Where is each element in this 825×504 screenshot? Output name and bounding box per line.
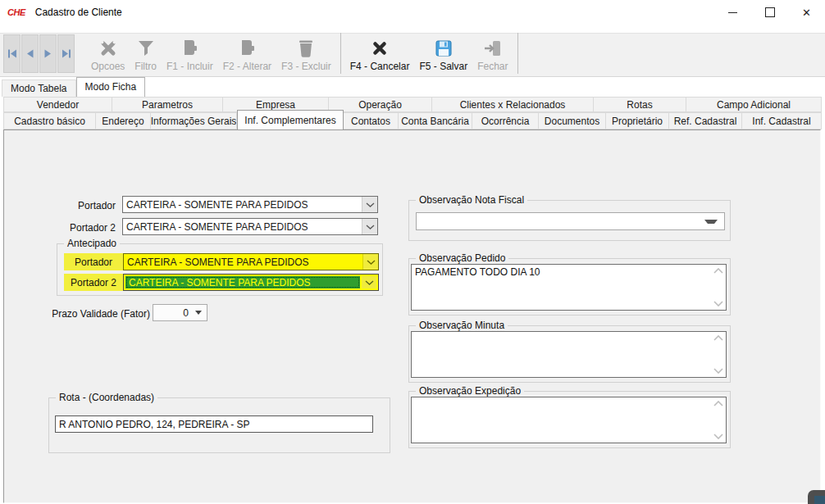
tab-modo-tabela[interactable]: Modo Tabela <box>2 79 76 97</box>
prazo-validade-dropdown[interactable]: 0 <box>153 304 207 321</box>
f3-excluir-button[interactable]: F3 - Excluir <box>276 36 336 75</box>
obs-pedido-title: Observação Pedido <box>416 252 508 264</box>
f2-alterar-button[interactable]: F2 - Alterar <box>218 36 276 75</box>
tab-inf-cadastral[interactable]: Inf. Cadastral <box>742 112 822 129</box>
first-record-icon <box>7 49 17 58</box>
filtro-button[interactable]: Filtro <box>130 36 162 75</box>
chevron-down-icon <box>367 260 376 265</box>
rota-input[interactable] <box>55 415 373 433</box>
delete-record-icon <box>296 39 316 58</box>
rota-coordenadas-groupbox: Rota - (Coordenadas) <box>48 397 390 453</box>
f4-cancelar-button[interactable]: F4 - Cancelar <box>345 36 415 75</box>
minimize-button[interactable] <box>714 0 751 25</box>
first-record-button[interactable] <box>3 34 21 73</box>
tab-clientes-x-relacionados[interactable]: Clientes x Relacionados <box>432 97 594 112</box>
portador-dropdown-button[interactable] <box>362 197 377 212</box>
tab-vendedor[interactable]: Vendedor <box>3 97 112 112</box>
antecipado-portador-combobox[interactable]: CARTEIRA - SOMENTE PARA PEDIDOS <box>123 253 379 270</box>
edit-record-icon <box>237 39 257 58</box>
antecipado-portador2-dropdown-button[interactable] <box>362 276 376 288</box>
obs-minuta-groupbox: Observação Minuta <box>408 325 731 383</box>
antecipado-groupbox: Antecipado Portador CARTEIRA - SOMENTE P… <box>57 243 383 296</box>
next-record-button[interactable] <box>39 34 57 73</box>
window-title: Cadastro de Cliente <box>35 7 122 18</box>
tab-endereco[interactable]: Endereço <box>96 112 151 129</box>
minimize-icon <box>728 12 737 13</box>
obs-nota-fiscal-combobox[interactable] <box>416 212 725 230</box>
obs-pedido-textarea[interactable]: PAGAMENTO TODO DIA 10 <box>412 265 726 310</box>
tab-operacao[interactable]: Operação <box>329 97 432 112</box>
tab-contatos[interactable]: Contatos <box>344 112 399 129</box>
f1-incluir-button[interactable]: F1 - Incluir <box>162 36 218 75</box>
tab-inf-complementares[interactable]: Inf. Complementares <box>237 110 344 129</box>
obs-minuta-textarea[interactable] <box>412 332 726 377</box>
obs-expedicao-textbox <box>411 397 727 443</box>
close-button[interactable]: ✕ <box>788 0 825 25</box>
tab-ref-cadastral[interactable]: Ref. Cadastral <box>669 112 742 129</box>
f1-incluir-label: F1 - Incluir <box>166 61 213 72</box>
window-controls: ✕ <box>714 0 825 25</box>
tab-documentos[interactable]: Documentos <box>539 112 606 129</box>
obs-minuta-title: Observação Minuta <box>416 320 508 331</box>
tab-ocorrencia[interactable]: Ocorrência <box>472 112 539 129</box>
previous-record-icon <box>25 49 34 58</box>
portador2-label: Portador 2 <box>37 222 116 234</box>
fechar-label: Fechar <box>477 61 508 72</box>
previous-record-button[interactable] <box>21 34 39 73</box>
background-window-corner-inner <box>814 496 825 504</box>
scroll-down-icon[interactable] <box>713 368 723 374</box>
f3-excluir-label: F3 - Excluir <box>281 61 331 72</box>
scroll-down-icon[interactable] <box>713 301 723 306</box>
f1-incluir-label-x: Filtro <box>134 61 157 72</box>
titlebar: CHE Cadastro de Cliente ✕ <box>0 0 825 25</box>
next-record-icon <box>43 49 52 58</box>
antecipado-portador-dropdown-button[interactable] <box>362 254 378 270</box>
tab-conta-bancaria[interactable]: Conta Bancária <box>399 112 472 129</box>
scroll-down-icon[interactable] <box>713 434 723 439</box>
tab-cadastro-basico[interactable]: Cadastro básico <box>3 112 96 129</box>
toolbar-separator <box>517 33 518 74</box>
close-icon: ✕ <box>802 7 811 18</box>
antecipado-portador2-label: Portador 2 <box>64 274 123 291</box>
obs-pedido-groupbox: Observação Pedido PAGAMENTO TODO DIA 10 <box>408 258 731 316</box>
portador-combobox[interactable]: CARTEIRA - SOMENTE PARA PEDIDOS <box>122 196 378 213</box>
dropdown-arrow-icon <box>704 220 718 224</box>
antecipado-portador2-value: CARTEIRA - SOMENTE PARA PEDIDOS <box>125 276 360 288</box>
obs-expedicao-textarea[interactable] <box>412 397 726 443</box>
exit-icon <box>483 39 503 58</box>
portador2-value: CARTEIRA - SOMENTE PARA PEDIDOS <box>123 219 362 234</box>
chevron-down-icon <box>365 280 374 285</box>
antecipado-portador2-combobox[interactable]: CARTEIRA - SOMENTE PARA PEDIDOS <box>123 274 379 291</box>
scroll-up-icon[interactable] <box>713 401 723 406</box>
background-window-corner <box>808 490 825 504</box>
tab-informacoes-gerais[interactable]: Informações Gerais <box>151 112 237 129</box>
rota-coordenadas-title: Rota - (Coordenadas) <box>56 392 157 403</box>
f4-cancelar-label: F4 - Cancelar <box>350 61 410 72</box>
antecipado-portador-value: CARTEIRA - SOMENTE PARA PEDIDOS <box>124 254 362 270</box>
tab-modo-ficha[interactable]: Modo Ficha <box>76 77 146 97</box>
toolbar: Opcoes Filtro F1 - Incluir F2 - Alterar <box>0 33 825 77</box>
obs-nota-fiscal-groupbox: Observação Nota Fiscal <box>408 200 731 241</box>
maximize-button[interactable] <box>751 0 788 25</box>
fechar-button[interactable]: Fechar <box>472 36 513 75</box>
scroll-up-icon[interactable] <box>713 268 723 274</box>
tab-rotas[interactable]: Rotas <box>594 97 686 112</box>
tools-icon <box>98 39 119 58</box>
scroll-up-icon[interactable] <box>713 335 723 341</box>
obs-expedicao-groupbox: Observação Expedição <box>408 391 731 448</box>
f5-salvar-label: F5 - Salvar <box>419 61 467 72</box>
portador-value: CARTEIRA - SOMENTE PARA PEDIDOS <box>123 197 362 212</box>
portador2-combobox[interactable]: CARTEIRA - SOMENTE PARA PEDIDOS <box>122 218 378 235</box>
last-record-button[interactable] <box>57 34 75 73</box>
portador2-dropdown-button[interactable] <box>362 219 377 234</box>
obs-minuta-textbox <box>411 331 727 378</box>
f5-salvar-button[interactable]: F5 - Salvar <box>414 36 472 75</box>
tab-campo-adicional[interactable]: Campo Adicional <box>686 97 822 112</box>
f2-alterar-label: F2 - Alterar <box>223 61 271 72</box>
tab-proprietario[interactable]: Proprietário <box>606 112 669 129</box>
tab-parametros[interactable]: Parametros <box>112 97 223 112</box>
opcoes-button[interactable]: Opcoes <box>86 36 130 75</box>
cadastro-de-cliente-window: CHE Cadastro de Cliente ✕ <box>0 0 825 504</box>
chevron-down-icon <box>366 225 375 229</box>
antecipado-title: Antecipado <box>64 238 120 249</box>
